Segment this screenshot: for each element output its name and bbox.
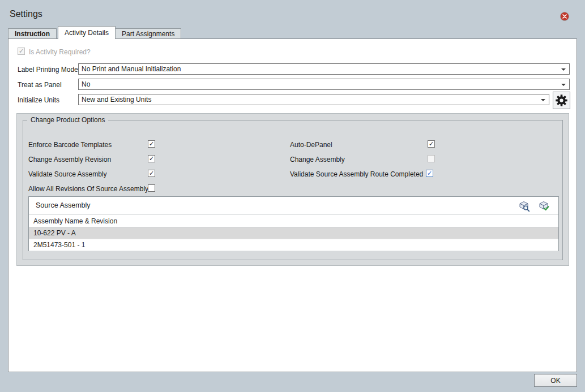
table-row[interactable]: 10-622 PV - A (29, 227, 558, 239)
close-button[interactable] (560, 11, 570, 21)
change-assembly-revision-label: Change Assembly Revision (28, 156, 111, 163)
column-header-label: Assembly Name & Revision (33, 217, 117, 225)
assembly-check-button[interactable] (537, 199, 550, 213)
ok-button-label: OK (550, 377, 560, 385)
change-product-options-title: Change Product Options (27, 116, 108, 124)
chevron-down-icon (561, 84, 566, 86)
label-printing-mode-select[interactable]: No Print and Manual Initialization (78, 63, 570, 75)
tab-part-assignments[interactable]: Part Assignments (115, 28, 181, 38)
source-assembly-table: Source Assembly (28, 196, 559, 251)
assembly-row-value: 2M51473-501 - 1 (33, 241, 85, 249)
assembly-row-value: 10-622 PV - A (33, 229, 76, 237)
validate-route-completed-label: Validate Source Assembly Route Completed (290, 170, 423, 178)
settings-window: Settings Instruction Activity Details Pa… (0, 0, 585, 392)
window-title: Settings (10, 9, 42, 19)
tab-instruction[interactable]: Instruction (8, 28, 57, 38)
treat-as-panel-label: Treat as Panel (18, 81, 62, 89)
assembly-search-icon (518, 200, 530, 212)
assembly-check-icon (537, 200, 550, 212)
source-assembly-title: Source Assembly (36, 197, 91, 214)
treat-as-panel-select[interactable]: No (78, 79, 570, 90)
initialize-units-select[interactable]: New and Existing Units (78, 94, 549, 105)
label-printing-mode-label: Label Printing Mode (18, 66, 78, 74)
change-assembly-revision-checkbox[interactable]: ✓ (148, 155, 155, 162)
chevron-down-icon (561, 68, 566, 71)
ok-button[interactable]: OK (534, 374, 577, 387)
source-assembly-table-header: Source Assembly (29, 197, 558, 214)
allow-all-revisions-label: Allow All Revisions Of Source Assembly (28, 185, 148, 193)
validate-source-assembly-checkbox[interactable]: ✓ (148, 170, 155, 177)
initialize-units-label: Initialize Units (18, 96, 59, 104)
tab-activity-details[interactable]: Activity Details (58, 26, 116, 39)
tab-label: Part Assignments (122, 30, 174, 38)
column-header-assembly-name-revision: Assembly Name & Revision (29, 215, 558, 227)
change-assembly-label: Change Assembly (290, 156, 345, 163)
auto-depanel-label: Auto-DePanel (290, 141, 332, 149)
is-activity-required-checkbox: ✓ (18, 48, 25, 55)
label-printing-mode-value: No Print and Manual Initialization (82, 65, 181, 73)
initialize-units-settings-button[interactable] (553, 92, 570, 109)
enforce-barcode-templates-label: Enforce Barcode Templates (28, 141, 112, 149)
is-activity-required-label: Is Activity Required? (29, 48, 91, 56)
content-panel: ✓ Is Activity Required? Label Printing M… (8, 38, 577, 372)
validate-route-completed-checkbox[interactable]: ✓ (426, 170, 433, 177)
tab-label: Activity Details (65, 29, 109, 37)
change-assembly-checkbox (428, 155, 435, 162)
validate-source-assembly-label: Validate Source Assembly (28, 170, 107, 178)
change-product-options-area: Change Product Options Enforce Barcode T… (16, 113, 569, 266)
auto-depanel-checkbox[interactable]: ✓ (428, 140, 435, 148)
chevron-down-icon (541, 99, 545, 101)
assembly-search-button[interactable] (517, 199, 531, 213)
tab-label: Instruction (15, 30, 50, 38)
initialize-units-value: New and Existing Units (82, 96, 151, 104)
close-icon (560, 11, 570, 21)
enforce-barcode-templates-checkbox[interactable]: ✓ (148, 140, 155, 148)
allow-all-revisions-checkbox[interactable] (148, 184, 155, 192)
table-row[interactable]: 2M51473-501 - 1 (29, 239, 558, 251)
gear-icon (554, 93, 569, 107)
treat-as-panel-value: No (82, 80, 90, 88)
